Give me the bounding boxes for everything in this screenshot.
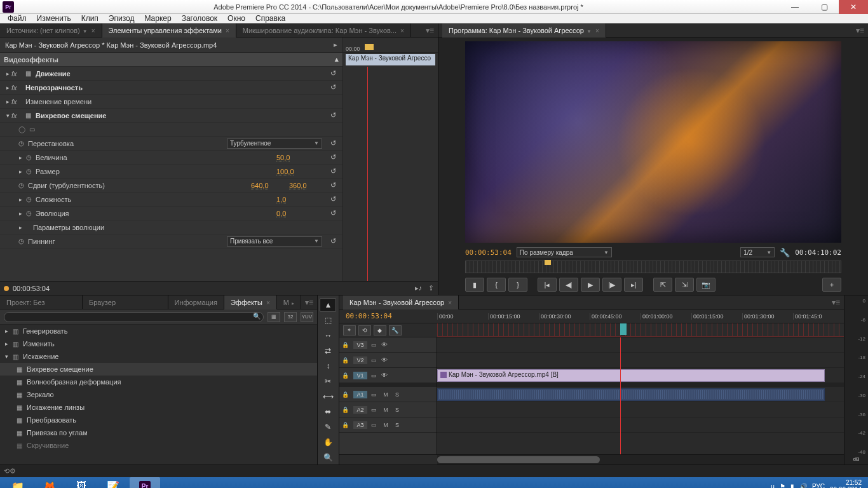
taskbar-explorer[interactable]: 📁	[3, 477, 33, 488]
ec-evolution-value[interactable]: 0,0	[276, 210, 327, 217]
ec-motion-label[interactable]: Движение	[33, 70, 327, 78]
ec-timecode[interactable]: 00:00:53:04	[13, 285, 50, 292]
play-button[interactable]: ▶	[581, 278, 600, 292]
fx-mirror[interactable]: Зеркало	[27, 391, 54, 398]
audio-meters[interactable]: 0 -6 -12 -18 -24 -30 -36 -42 -48 dB	[844, 295, 868, 464]
settings-wrench-icon[interactable]: 🔧	[780, 248, 790, 257]
toggle-output-icon[interactable]: ▭	[370, 422, 379, 428]
toggle-output-icon[interactable]: ▭	[370, 372, 379, 379]
tab-info[interactable]: Информация	[168, 295, 224, 309]
ec-mini-ruler[interactable]: 00:00	[343, 37, 438, 53]
track-select-tool[interactable]: ⬚	[320, 313, 336, 327]
ec-mini-timeline[interactable]: 00:00 Кар Мэн - Звуковой Агрессо	[343, 37, 438, 281]
mark-in-button[interactable]: ▮	[465, 278, 484, 292]
razor-tool[interactable]: ✂	[320, 374, 336, 388]
resolution-dropdown[interactable]: 1/2▼	[740, 247, 775, 257]
solo-toggle[interactable]: S	[393, 407, 402, 413]
reset-icon[interactable]: ↺	[327, 237, 339, 245]
tab-source[interactable]: Источник: (нет клипов)▼×	[0, 24, 102, 37]
menu-clip[interactable]: Клип	[76, 14, 104, 23]
toggle-output-icon[interactable]: ▭	[370, 357, 379, 363]
mark-out-button[interactable]: {	[487, 278, 506, 292]
tray-network-icon[interactable]: ▮	[790, 483, 794, 489]
program-preview[interactable]	[465, 41, 841, 243]
timeline-timecode[interactable]: 00:00:53:04	[339, 312, 437, 320]
lock-icon[interactable]: 🔒	[342, 391, 351, 398]
lock-icon[interactable]: 🔒	[342, 372, 351, 379]
tray-volume-icon[interactable]: 🔊	[799, 483, 807, 489]
solo-toggle[interactable]: S	[393, 422, 402, 428]
eye-icon[interactable]: 👁	[381, 341, 390, 348]
timeline-playhead[interactable]	[620, 337, 621, 454]
effects-search-input[interactable]	[4, 312, 264, 322]
ripple-edit-tool[interactable]: ↔	[320, 329, 336, 342]
ec-amount-value[interactable]: 50,0	[276, 154, 327, 161]
ec-pinning-dropdown[interactable]: Привязать все▼	[227, 236, 322, 247]
reset-icon[interactable]: ↺	[327, 153, 339, 161]
tab-project[interactable]: Проект: Без названия	[0, 295, 83, 309]
fit-dropdown[interactable]: По размеру кадра▼	[517, 247, 612, 257]
tray-flag-icon[interactable]: ⚑	[780, 483, 785, 489]
fx-32bit-icon[interactable]: 32	[284, 312, 297, 322]
menu-sequence[interactable]: Эпизод	[104, 14, 140, 23]
toggle-output-icon[interactable]: ▭	[370, 391, 379, 398]
ec-evoopts-label[interactable]: Параметры эволюции	[24, 224, 342, 231]
ec-complexity-value[interactable]: 1,0	[276, 196, 327, 203]
ec-mini-clip[interactable]: Кар Мэн - Звуковой Агрессо	[346, 54, 435, 65]
export-icon[interactable]: ⇪	[428, 284, 434, 292]
eye-icon[interactable]: 👁	[381, 356, 390, 363]
slide-tool[interactable]: ⬌	[320, 405, 336, 419]
panel-menu-icon[interactable]: ▾≡	[828, 298, 844, 307]
ec-section-videoeffects[interactable]: Видеоэффекты ▴	[0, 53, 342, 67]
folder-generate[interactable]: Генерировать	[23, 327, 67, 335]
folder-modify[interactable]: Изменить	[23, 340, 55, 348]
tab-audio-mixer[interactable]: Микширование аудиоклипа: Кар Мэн - Звуко…	[236, 24, 411, 37]
mute-toggle[interactable]: M	[381, 407, 390, 413]
track-v1[interactable]: V1	[353, 372, 367, 379]
menu-window[interactable]: Окно	[222, 14, 250, 23]
mask-ellipse-icon[interactable]: ◯	[17, 126, 27, 133]
close-button[interactable]: ✕	[839, 0, 868, 14]
settings-toggle[interactable]: 🔧	[389, 325, 402, 336]
mask-rect-icon[interactable]: ▭	[27, 126, 37, 133]
rate-stretch-tool[interactable]: ↕	[320, 359, 336, 373]
marker-add[interactable]: ◆	[374, 325, 386, 336]
stopwatch-icon[interactable]: ◷	[24, 210, 33, 217]
ec-opacity-label[interactable]: Непрозрачность	[23, 84, 327, 92]
stopwatch-icon[interactable]: ◷	[24, 168, 33, 175]
fx-accel-icon[interactable]: ▦	[268, 312, 280, 322]
track-a2[interactable]: A2	[353, 406, 367, 414]
panel-menu-icon[interactable]: ▾≡	[852, 26, 868, 35]
link-toggle[interactable]: ⟲	[358, 325, 371, 336]
selection-tool[interactable]: ▲	[320, 298, 336, 312]
reset-icon[interactable]: ↺	[327, 167, 339, 175]
go-to-out-button[interactable]: ▸|	[624, 278, 643, 292]
menu-file[interactable]: Файл	[3, 14, 32, 23]
program-scrub-bar[interactable]	[465, 261, 841, 273]
ec-turbdisp-label[interactable]: Вихревое смещение	[33, 112, 327, 119]
hand-tool[interactable]: ✋	[320, 435, 336, 449]
taskbar-app2[interactable]: 📝	[98, 477, 128, 488]
fx-lens[interactable]: Искажение линзы	[27, 403, 85, 411]
tray-language[interactable]: РУС	[812, 483, 825, 489]
video-clip[interactable]: Кар Мэн - Звуковой Агрессор.mp4 [В]	[437, 369, 825, 382]
timeline-ruler[interactable]: 00:00 00:00:15:00 00:00:30:00 00:00:45:0…	[437, 313, 844, 320]
mute-toggle[interactable]: M	[381, 422, 390, 428]
taskbar-firefox[interactable]: 🦊	[34, 477, 65, 488]
maximize-button[interactable]: ▢	[810, 0, 839, 14]
timeline-scrollbar[interactable]	[437, 455, 844, 464]
lock-icon[interactable]: 🔒	[342, 342, 351, 348]
tab-sequence[interactable]: Кар Мэн - Звуковой Агрессор×	[343, 295, 459, 309]
fx-turbulent[interactable]: Вихревое смещение	[27, 365, 93, 373]
transform-icon[interactable]: ▦	[23, 112, 33, 119]
ec-permutation-dropdown[interactable]: Турбулентное▼	[227, 139, 322, 149]
pen-tool[interactable]: ✎	[320, 420, 336, 434]
snap-toggle[interactable]: ⌖	[343, 325, 356, 336]
ec-offset-x[interactable]: 640,0	[251, 182, 289, 189]
reset-icon[interactable]: ↺	[327, 139, 339, 147]
rolling-edit-tool[interactable]: ⇄	[320, 344, 336, 358]
reset-icon[interactable]: ↺	[327, 69, 339, 78]
tab-effects[interactable]: Эффекты×	[224, 295, 277, 309]
audio-clip[interactable]	[437, 388, 825, 401]
fx-corner[interactable]: Привязка по углам	[27, 429, 88, 437]
